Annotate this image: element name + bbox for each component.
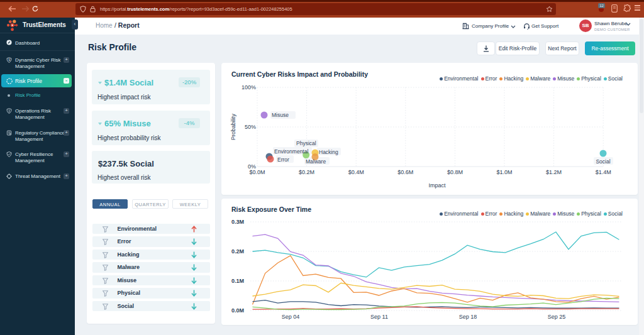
svg-text:Impact: Impact bbox=[428, 182, 446, 189]
svg-text:0.0M: 0.0M bbox=[231, 307, 244, 314]
svg-text:Sep 11: Sep 11 bbox=[370, 314, 388, 320]
svg-text:$1.4M: $1.4M bbox=[596, 169, 611, 175]
svg-text:$0.0M: $0.0M bbox=[249, 169, 265, 175]
svg-text:0.3M: 0.3M bbox=[231, 219, 244, 225]
svg-text:Physical: Physical bbox=[296, 140, 316, 146]
svg-text:Error: Error bbox=[277, 157, 289, 163]
svg-text:Sep 25: Sep 25 bbox=[548, 314, 566, 320]
svg-text:0.1M: 0.1M bbox=[231, 278, 244, 284]
svg-text:50%: 50% bbox=[245, 124, 256, 130]
svg-text:$: $ bbox=[8, 58, 10, 62]
svg-text:Social: Social bbox=[596, 158, 610, 165]
svg-text:$1.0M: $1.0M bbox=[496, 169, 512, 175]
svg-text:Sep 18: Sep 18 bbox=[459, 314, 477, 320]
svg-text:$0.6M: $0.6M bbox=[397, 169, 413, 175]
svg-text:$0.4M: $0.4M bbox=[348, 169, 364, 175]
svg-text:Misuse: Misuse bbox=[272, 112, 289, 118]
svg-text:Hacking: Hacking bbox=[319, 149, 338, 155]
svg-text:$0.2M: $0.2M bbox=[299, 169, 314, 175]
svg-text:$0.8M: $0.8M bbox=[447, 169, 463, 175]
svg-text:Probability: Probability bbox=[230, 113, 236, 140]
svg-text:Environmental: Environmental bbox=[274, 148, 308, 155]
svg-text:$1.2M: $1.2M bbox=[546, 169, 562, 175]
svg-text:Sep 04: Sep 04 bbox=[282, 314, 300, 320]
svg-text:0.2M: 0.2M bbox=[231, 248, 244, 255]
svg-text:100%: 100% bbox=[242, 84, 256, 91]
svg-text:Malware: Malware bbox=[306, 158, 326, 165]
